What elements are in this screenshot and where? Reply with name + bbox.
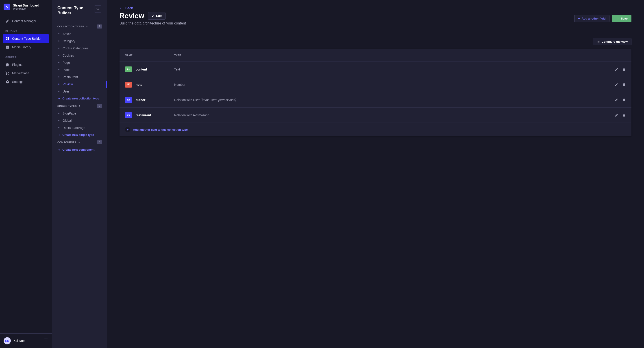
single-type-item[interactable]: BlogPage [52,110,107,117]
delete-field-button[interactable] [622,67,626,71]
type-label: Global [62,119,72,122]
nav-content-type-builder[interactable]: Content-Type Builder [3,34,49,43]
brand-logo [4,4,10,10]
collection-type-item[interactable]: Review [52,81,107,88]
dot-icon [58,69,60,70]
chevron-down-icon: ▼ [78,105,81,107]
single-type-item[interactable]: RestaurantPage [52,124,107,131]
edit-field-button[interactable] [614,67,618,71]
single-type-item[interactable]: Global [52,117,107,124]
plus-icon: + [58,148,60,151]
table-row: restaurantRelation with Restaurant [120,107,632,123]
nav-section-plugins: PLUGINS [3,28,49,34]
collection-type-item[interactable]: Page [52,59,107,66]
nav-settings[interactable]: Settings [3,77,49,86]
dot-icon [58,127,60,128]
chevron-left-icon [45,340,47,342]
create-single-type-link[interactable]: + Create new single type [52,131,107,138]
back-link[interactable]: Back [120,6,632,10]
dot-icon [58,120,60,121]
strapi-icon [5,5,9,9]
sidebar-footer: KD Kai Doe [0,333,52,348]
nav-media-library[interactable]: Media Library [3,43,49,51]
check-icon [616,17,619,20]
brand-title: Strapi Dashboard [13,4,39,7]
delete-field-button[interactable] [622,113,626,117]
create-label: Create new collection type [62,97,99,100]
type-label: Restaurant [62,75,78,79]
edit-field-button[interactable] [614,113,618,117]
dot-icon [58,76,60,77]
chevron-up-icon: ▲ [78,141,80,143]
table-row: 123noteNumber [120,77,632,92]
field-type: Number [174,83,614,86]
edit-field-button[interactable] [614,83,618,87]
nav-label: Media Library [12,45,31,49]
trash-icon [622,83,626,86]
dot-icon [58,62,60,63]
collection-type-item[interactable]: Place [52,66,107,73]
add-another-field-button[interactable]: + Add another field [574,15,609,22]
collection-type-item[interactable]: Article [52,30,107,38]
configure-view-button[interactable]: Configure the view [593,38,632,45]
save-button[interactable]: Save [612,15,632,22]
collection-types-header[interactable]: COLLECTION TYPES ▼ 9 [52,23,107,30]
fields-table: NAME TYPE AbcontentText123noteNumberauth… [120,49,632,136]
nav-label: Content Manager [12,19,36,23]
sidebar-primary: Strapi Dashboard Workplace Content Manag… [0,0,52,348]
button-label: Save [621,17,628,20]
nav-label: Content-Type Builder [12,37,42,40]
cart-icon [6,71,10,75]
relation-icon [127,98,130,101]
page-title: Review [120,12,144,20]
collection-type-item[interactable]: Category [52,38,107,45]
collection-type-item[interactable]: User [52,88,107,95]
layout-icon [6,37,10,41]
plus-icon: + [125,127,130,132]
nav-plugins[interactable]: Plugins [3,60,49,69]
column-name: NAME [125,54,174,57]
type-label: RestaurantPage [62,126,85,129]
delete-field-button[interactable] [622,98,626,102]
single-types-header[interactable]: SINGLE TYPES ▼ 3 [52,102,107,110]
collapse-sidebar-button[interactable] [44,338,48,343]
collection-type-item[interactable]: Cookies [52,52,107,59]
search-icon [96,8,99,11]
add-field-label: Add another field to this collection typ… [133,128,188,131]
field-name: content [136,68,147,71]
type-label: Review [62,82,73,86]
back-label: Back [125,6,133,10]
search-button[interactable] [94,6,101,13]
add-field-row[interactable]: + Add another field to this collection t… [120,123,632,136]
nav-marketplace[interactable]: Marketplace [3,69,49,77]
avatar[interactable]: KD [4,337,11,344]
pencil-icon [615,68,618,71]
collection-type-item[interactable]: Cookie Categories [52,45,107,52]
field-name: note [136,83,142,86]
nav-content-manager[interactable]: Content Manager [3,17,49,25]
field-type-icon: Ab [125,66,132,72]
trash-icon [622,113,626,117]
dot-icon [58,91,60,92]
group-label: SINGLE TYPES [58,105,77,107]
plus-icon: + [58,97,60,100]
delete-field-button[interactable] [622,83,626,87]
field-type: Relation with User (from: users-permissi… [174,98,614,102]
components-header[interactable]: COMPONENTS ▲ 5 [52,138,107,146]
type-label: Category [62,39,75,43]
create-collection-type-link[interactable]: + Create new collection type [52,95,107,102]
button-label: Add another field [582,17,606,20]
count-badge: 3 [97,104,102,108]
plus-icon: + [578,17,580,20]
field-type-icon [125,97,132,103]
collection-type-item[interactable]: Restaurant [52,73,107,81]
edit-button[interactable]: Edit [148,12,166,20]
group-label: COLLECTION TYPES [58,25,84,28]
type-label: Cookie Categories [62,47,88,50]
edit-field-button[interactable] [614,98,618,102]
pencil-icon [152,15,154,17]
type-label: BlogPage [62,112,76,115]
arrow-left-icon [120,6,123,10]
field-name: author [136,98,146,102]
create-component-link[interactable]: + Create new component [52,146,107,153]
